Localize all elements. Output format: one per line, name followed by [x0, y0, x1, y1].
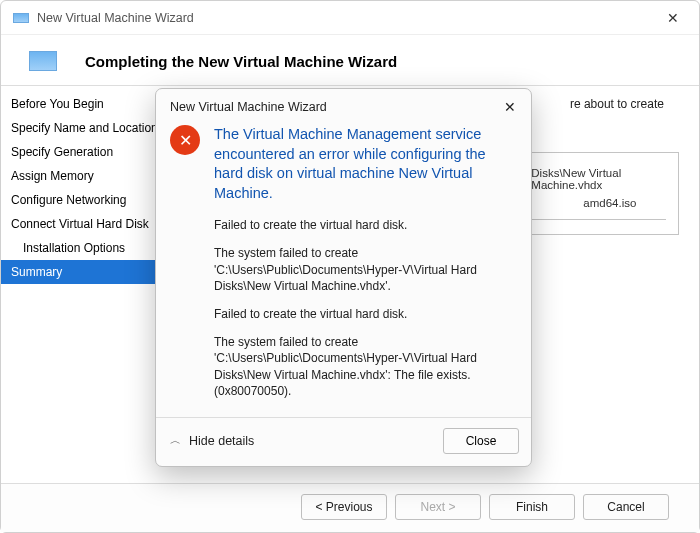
vm-monitor-icon: [29, 51, 57, 71]
dialog-heading: The Virtual Machine Management service e…: [214, 125, 513, 203]
hide-details-toggle[interactable]: ︿ Hide details: [170, 433, 254, 448]
sidebar-item-installation-options[interactable]: Installation Options: [1, 236, 173, 260]
sidebar-item-specify-generation[interactable]: Specify Generation: [1, 140, 173, 164]
page-title: Completing the New Virtual Machine Wizar…: [85, 53, 397, 70]
sidebar-item-before-you-begin[interactable]: Before You Begin: [1, 92, 173, 116]
error-dialog: New Virtual Machine Wizard ✕ ✕ The Virtu…: [155, 88, 532, 467]
sidebar-item-summary[interactable]: Summary: [1, 260, 173, 284]
dialog-close-button[interactable]: Close: [443, 428, 519, 454]
info-value-vhd: Disks\New Virtual Machine.vhdx: [531, 167, 666, 191]
wizard-footer: < Previous Next > Finish Cancel: [1, 483, 699, 532]
sidebar-item-assign-memory[interactable]: Assign Memory: [1, 164, 173, 188]
sidebar-item-specify-name[interactable]: Specify Name and Location: [1, 116, 173, 140]
dialog-para-2: The system failed to create 'C:\Users\Pu…: [214, 245, 513, 294]
finish-button[interactable]: Finish: [489, 494, 575, 520]
page-header: Completing the New Virtual Machine Wizar…: [1, 35, 699, 85]
sidebar-item-configure-networking[interactable]: Configure Networking: [1, 188, 173, 212]
hide-details-label: Hide details: [189, 434, 254, 448]
window-title: New Virtual Machine Wizard: [37, 11, 653, 25]
dialog-para-4: The system failed to create 'C:\Users\Pu…: [214, 334, 513, 399]
dialog-footer: ︿ Hide details Close: [156, 417, 531, 466]
next-button: Next >: [395, 494, 481, 520]
dialog-titlebar: New Virtual Machine Wizard ✕: [156, 89, 531, 121]
error-icon: ✕: [170, 125, 200, 155]
titlebar: New Virtual Machine Wizard ✕: [1, 1, 699, 35]
chevron-up-icon: ︿: [170, 433, 181, 448]
sidebar-item-connect-vhd[interactable]: Connect Virtual Hard Disk: [1, 212, 173, 236]
dialog-para-1: Failed to create the virtual hard disk.: [214, 217, 513, 233]
dialog-para-3: Failed to create the virtual hard disk.: [214, 306, 513, 322]
dialog-body: ✕ The Virtual Machine Management service…: [156, 121, 531, 417]
dialog-title: New Virtual Machine Wizard: [170, 100, 327, 114]
info-value-os: amd64.iso: [583, 197, 636, 209]
close-icon[interactable]: ✕: [653, 10, 693, 26]
dialog-close-icon[interactable]: ✕: [499, 99, 521, 115]
wizard-sidebar: Before You Begin Specify Name and Locati…: [1, 86, 173, 483]
previous-button[interactable]: < Previous: [301, 494, 387, 520]
dialog-content: The Virtual Machine Management service e…: [214, 125, 513, 411]
cancel-button[interactable]: Cancel: [583, 494, 669, 520]
app-icon: [13, 13, 29, 23]
